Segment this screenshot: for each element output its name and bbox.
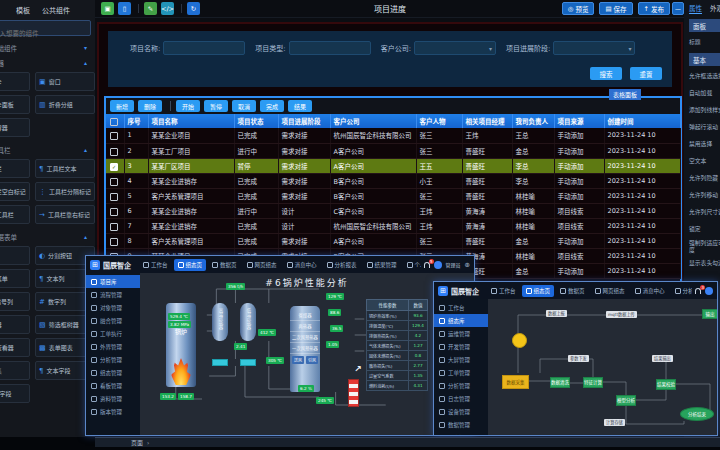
menu-item[interactable]: 组态页 [522,285,555,297]
desuperheater-right[interactable] [240,359,256,366]
sidebar-item[interactable]: 开发管理 [434,340,488,353]
sidebar-item[interactable]: 组态库 [434,314,488,327]
table-toolbar-button[interactable]: 开始 [176,100,200,112]
flowchart-window[interactable]: ⊞ 国辰智企 工作台组态页数据页网页组态消息中心分析报表结果管理个人中心 3 工… [433,281,718,436]
sidebar-item[interactable]: 设备管理 [434,405,488,418]
avatar[interactable] [705,287,713,295]
column-header[interactable]: 客户公司 [330,114,416,128]
column-header[interactable]: 相关项目经理 [462,114,512,128]
bell-icon[interactable]: 5 [424,262,430,268]
sidebar-item[interactable]: 对象管理 [86,301,140,314]
column-header[interactable] [106,114,124,128]
toolbar-icon[interactable]: </> [161,2,174,15]
component-item[interactable]: ▥ 折叠分组 [35,95,95,114]
sidebar-item[interactable]: 流程管理 [86,288,140,301]
flow-node[interactable]: 结果校验 [656,379,676,390]
table-toolbar-button[interactable]: 结果 [288,100,312,112]
sidebar-item[interactable]: 数据管理 [434,418,488,431]
component-item[interactable]: ▬ 工具栏 [0,159,30,178]
component-item[interactable]: ▦ 树容器 [0,315,30,334]
gear-icon[interactable]: ⊕ [465,261,470,269]
chimney[interactable] [348,379,359,407]
menu-item[interactable]: 工作台 [487,285,520,297]
menu-item[interactable]: 消息中心 [283,259,321,271]
table-row[interactable]: 8 客户关系管理项目 已完成 需求对接 A客户公司 张三 曹盛旺 金总 手动添加… [106,233,680,248]
component-item[interactable]: ¶ 文本域字段 [0,384,30,403]
component-item[interactable]: ▦ 卡片容器 [0,118,30,137]
row-checkbox[interactable] [106,143,124,158]
sidebar-item[interactable]: 分析管理 [434,379,488,392]
component-item[interactable]: ¶ 工具栏文本 [35,159,95,178]
row-checkbox[interactable] [106,233,124,248]
desuperheater-left[interactable] [212,359,228,366]
sidebar-item[interactable]: 资料管理 [86,392,140,405]
component-item[interactable]: ◉ 按钮 [0,246,30,265]
flow-node[interactable]: 输出 [702,309,717,319]
flow-node[interactable]: 分析结束 [680,407,714,421]
component-item[interactable]: ▤ 下拉菜单 [0,269,30,288]
group-header-basic[interactable]: 基础组件 ▾ [0,40,93,55]
sidebar-item[interactable]: 分析管理 [86,353,140,366]
group-header-container[interactable]: 容器 ▴ [0,55,93,70]
column-header[interactable]: 客户人物 [416,114,462,128]
air-preheater-column[interactable]: 省煤器再热器二次风预热器一次风预热器 送风引风 [290,306,320,392]
table-row[interactable]: 1 某某企业项目 已完成 需求对接 杭州国辰智企科技有限公司 张三 王炜 王总 … [106,128,680,143]
row-checkbox[interactable] [106,173,124,188]
table-toolbar-button[interactable]: 完成 [260,100,284,112]
table-row[interactable]: 6 某某企业进销存 进行中 设计 C客户公司 王炜 黄海涛 林桂喻 项目线索 2… [106,203,680,218]
sidebar-item[interactable]: 资产管理 [434,431,488,435]
component-item[interactable]: ▤ 选项卡面板 [0,95,30,114]
more-button[interactable]: — [672,2,684,15]
column-header[interactable]: 我司负责人 [512,114,554,128]
superheater-high[interactable]: 高温过热器 [212,303,228,341]
row-checkbox[interactable] [106,188,124,203]
component-item[interactable]: → 工具栏靠右标记 [35,205,95,224]
column-header[interactable]: 项目来源 [554,114,604,128]
column-header[interactable]: 序号 [124,114,148,128]
customer-company-select[interactable]: ▾ [414,41,496,55]
sidebar-item[interactable]: 看板管理 [86,379,140,392]
tab-public-components[interactable]: 公共组件 [42,5,70,15]
row-checkbox[interactable] [106,218,124,233]
table-toolbar-button[interactable]: 暂停 [204,100,228,112]
sidebar-item[interactable]: 项目库 [86,275,140,288]
toolbar-icon[interactable]: ▯ [118,2,131,15]
menu-item[interactable]: 数据页 [208,259,241,271]
group-header-form[interactable]: 数据表单 ▴ [0,229,93,244]
menu-item[interactable]: 工作台 [139,259,172,271]
row-checkbox[interactable] [106,203,124,218]
component-item[interactable]: ▥ 字段集 [0,361,30,380]
menu-item[interactable]: 个人中心 [403,259,421,271]
sidebar-item[interactable]: 日志管理 [434,392,488,405]
avatar[interactable] [434,261,442,269]
component-item[interactable]: ▨ 图片查看器 [0,338,30,357]
search-button[interactable]: 搜索 [590,67,622,80]
table-toolbar-button[interactable]: 新增 [110,100,134,112]
component-item[interactable]: # 自动编号列 [0,292,30,311]
menu-item[interactable]: 分析报表 [671,285,692,297]
row-checkbox[interactable] [106,128,124,143]
flow-node[interactable]: 数据采集 [502,375,529,389]
component-search-input[interactable] [0,27,90,41]
column-header[interactable]: 创建时间 [604,114,680,128]
menu-item[interactable]: 组态页 [174,259,207,271]
menu-item[interactable]: 消息中心 [631,285,669,297]
component-item[interactable]: ▢ 选项卡 [0,72,30,91]
boiler-window[interactable]: ⊞ 国辰智企 工作台组态页数据页网页组态消息中心分析报表结果管理个人中心 5 管… [85,255,475,436]
sidebar-item[interactable]: 工单管理 [434,366,488,379]
column-header[interactable]: 项目名称 [148,114,234,128]
properties-tab[interactable]: 外观 [710,3,720,13]
component-item[interactable]: ▣ 窗口 [35,72,95,91]
sidebar-item[interactable]: 运维管理 [434,327,488,340]
group-header-toolbar[interactable]: 工具栏 ▴ [0,142,93,157]
toolbar-icon[interactable]: ✎ [144,2,157,15]
reset-button[interactable]: 重置 [630,67,662,80]
flow-node[interactable]: 模型分析 [616,395,636,406]
action-button[interactable]: ▤ 保存 [599,2,632,15]
superheater-low[interactable]: 低温过热器 [240,303,256,341]
menu-item[interactable]: 结果管理 [363,259,401,271]
component-item[interactable]: ▭ 工具栏空白标记 [0,182,30,201]
progress-stage-select[interactable]: ▾ [553,41,635,55]
component-item[interactable]: ⋮ 工具栏分隔标记 [35,182,95,201]
table-toolbar-button[interactable]: 删除 [138,100,162,112]
